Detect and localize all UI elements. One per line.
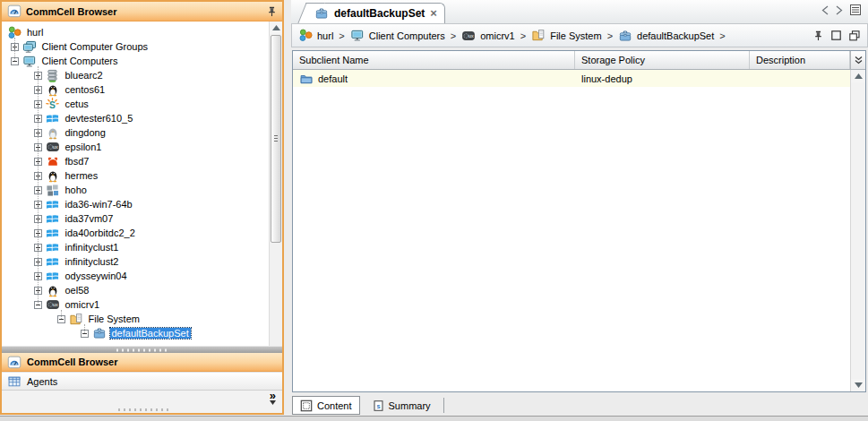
file-system-icon [69,312,83,326]
column-chooser-button[interactable] [850,51,865,69]
scrollbar-thumb[interactable] [271,35,281,243]
pin-icon[interactable] [267,6,277,17]
windows-icon [46,111,60,125]
scroll-tabs-left-icon[interactable] [821,5,829,15]
breadcrumb-label: hurl [317,30,333,41]
scrollbar-grip [274,135,278,142]
tree-node-epsilon1[interactable]: uxepsilon1 [2,140,282,154]
tree-node-label: dingdong [64,127,107,138]
tree-node-infinityclust1[interactable]: infinityclust1 [2,240,282,254]
unix-icon: ux [46,297,60,312]
table-row-default[interactable]: defaultlinux-dedup [293,70,850,87]
breadcrumb-item-client-computers[interactable]: Client Computers [350,29,445,42]
tree-node-hermes[interactable]: hermes [2,168,282,183]
file-system-icon [531,29,546,42]
column-header-subclient-name[interactable]: Subclient Name [293,51,575,69]
tab-close-icon[interactable]: × [430,9,437,18]
tree-vertical-scrollbar[interactable] [269,21,282,346]
overflow-dropdown-icon[interactable] [270,400,276,405]
column-header-storage-policy[interactable]: Storage Policy [575,51,750,69]
stack-item-commcell-browser[interactable]: CommCell Browser [2,353,282,372]
tree-node-defaultbackupset[interactable]: defaultBackupSet [2,326,282,340]
panel-title: CommCell Browser [26,6,116,17]
scroll-up-icon[interactable] [851,70,865,82]
tree-node-omicrv1[interactable]: uxomicrv1 [2,297,282,312]
column-header-description[interactable]: Description [750,51,850,69]
tree-node-label: oel58 [64,285,91,296]
commcell-gauge-icon [7,356,21,369]
subclient-table: Subclient NameStorage PolicyDescription … [292,50,866,392]
tree-node-odysseywin04[interactable]: odysseywin04 [2,269,282,283]
tree-node-label: odysseywin04 [64,271,129,281]
pin-icon[interactable] [813,30,823,41]
maximize-icon[interactable] [831,30,841,40]
tree-node-infinityclust2[interactable]: infinityclust2 [2,254,282,269]
svg-text:ux: ux [53,302,58,307]
view-tab-summary[interactable]: sSummary [365,396,438,415]
windows-icon [46,197,60,211]
tree-node-fbsd7[interactable]: fbsd7 [2,154,282,168]
tree-node-label: fbsd7 [64,156,91,167]
stack-item-agents[interactable]: Agents [2,372,282,391]
content-grid-icon [300,400,313,412]
scroll-down-icon[interactable] [851,379,865,391]
view-tab-content[interactable]: Content [292,396,360,415]
dock-splitter[interactable] [2,346,282,353]
tree-node-centos61[interactable]: centos61 [2,82,282,97]
breadcrumb-separator: > [339,30,344,41]
linux-icon [46,283,60,297]
tree-node-ida36-win7-64b[interactable]: ida36-win7-64b [2,197,282,211]
backupset-icon [618,30,632,42]
windows-gray-icon [46,183,60,197]
unix-icon: ux [46,140,60,154]
tree-node-cetus[interactable]: Scetus [2,97,282,111]
tree-node-hoho[interactable]: hoho [2,183,282,197]
view-tab-separator [443,398,444,413]
view-tab-label: Content [317,400,352,411]
overflow-chevrons-icon[interactable]: » [270,391,276,400]
tab-defaultbackupset[interactable]: defaultBackupSet × [311,3,445,23]
breadcrumb-item-omicrv1[interactable]: uxomicrv1 [461,30,515,42]
panel-stack-overflow-area: » [2,391,282,413]
bottom-splitter-grip[interactable] [118,408,170,411]
workspace-region: defaultBackupSet × hurl>Client Computers… [291,0,868,416]
scroll-tabs-right-icon[interactable] [836,5,843,15]
tree-node-label: defaultBackupSet [110,328,191,339]
tree-node-label: centos61 [64,84,107,95]
windows-icon [46,254,60,269]
scroll-up-icon[interactable] [270,21,282,34]
tree-node-ida40orbitdc2-2[interactable]: ida40orbitdc2_2 [2,226,282,240]
tree-node-label: infinityclust1 [64,242,121,253]
tab-list-icon[interactable] [850,4,861,15]
tab-label: defaultBackupSet [334,7,425,20]
tree-node-label: infinityclust2 [64,256,121,267]
agents-grid-icon [7,375,21,388]
breadcrumb-item-defaultbackupset[interactable]: defaultBackupSet [618,30,714,42]
tree-node-label: cetus [64,99,90,109]
tree-node-client-computer-groups[interactable]: Client Computer Groups [2,39,282,54]
tree-node-ida37vm07[interactable]: ida37vm07 [2,211,282,226]
subclient-name-label: default [318,73,348,84]
breadcrumb-label: File System [550,30,601,41]
tree-node-bluearc2[interactable]: bluearc2 [2,68,282,82]
breadcrumb-item-file-system[interactable]: File System [531,29,601,42]
windows-icon [46,211,60,226]
tree-node-hurl[interactable]: hurl [2,25,282,39]
commcell-browser-panel-header[interactable]: CommCell Browser [2,2,282,21]
tree-node-client-computers[interactable]: Client Computers [2,54,282,68]
tree-node-dingdong[interactable]: dingdong [2,125,282,140]
breadcrumb-item-hurl[interactable]: hurl [299,29,333,42]
tree-node-label: hermes [64,170,100,181]
tree-node-oel58[interactable]: oel58 [2,283,282,297]
commserve-icon [299,29,313,42]
breadcrumb-label: Client Computers [369,30,445,41]
tree-node-label: omicrv1 [64,299,102,310]
restore-icon[interactable] [849,30,860,41]
summary-doc-icon: s [373,400,384,412]
unix-icon: ux [461,30,476,42]
table-vertical-scrollbar[interactable] [850,70,865,391]
tree-node-file-system[interactable]: File System [2,312,282,326]
tree-node-devtester610-5[interactable]: devtester610_5 [2,111,282,125]
tree-node-label: ida37vm07 [64,213,116,224]
stack-item-label: CommCell Browser [27,357,117,367]
